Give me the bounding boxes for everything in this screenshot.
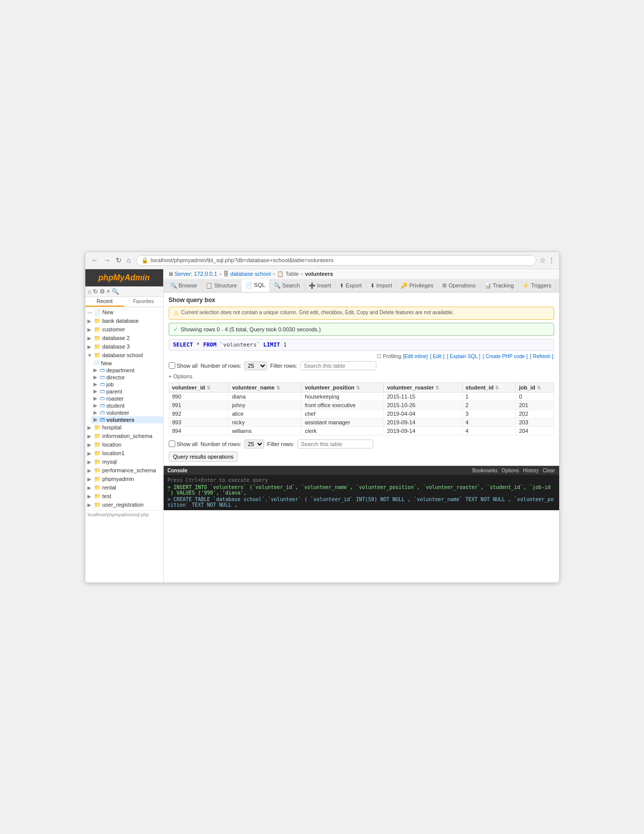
create-php-link[interactable]: [ Create PHP code ] [483,354,528,359]
sidebar-table-student[interactable]: ▶ 🗃 student [91,402,163,409]
settings-icon[interactable]: ⚙ [100,288,105,295]
expand-icon: ▶ [87,425,92,430]
show-all-checkbox-bottom[interactable]: Show all [169,440,198,447]
sidebar-item-hospital[interactable]: ▶ 📁 hospital [85,423,163,432]
tab-export[interactable]: ⬆ Export [335,280,366,291]
sort-icon: ⇅ [356,385,360,390]
cell-job-id: 203 [516,418,554,426]
sidebar-item-database-school[interactable]: ▼ 📁 database school [85,351,163,360]
breadcrumb-server[interactable]: Server: 172.0.0.1 [175,271,217,277]
sidebar-table-new[interactable]: 📄 New [91,360,163,367]
browser-window: ← → ↻ ⌂ 🔒 localhost/phpmyadmin/tbl_sql.p… [85,252,560,583]
sidebar-item-bank-database[interactable]: ▶ 📁 bank database [85,317,163,325]
refresh-link[interactable]: [ Refresh ] [530,354,553,359]
edit-inline-link[interactable]: [Edit inline] [403,354,428,359]
sidebar-item-database3[interactable]: ▶ 📁 database 3 [85,342,163,351]
history-link[interactable]: History [523,468,538,473]
sidebar-item-user-registration[interactable]: ▶ 📁 user_registration [85,501,163,509]
success-icon: ✓ [173,326,178,333]
cell-job-id: 0 [516,392,554,401]
col-job-id[interactable]: job_id ⇅ [516,382,554,392]
tab-insert[interactable]: ➕ Insert [305,280,336,291]
col-volunteer-position[interactable]: volunteer_position ⇅ [302,382,384,392]
console-line-2: > CREATE TABLE `database school`.`volunt… [168,497,555,508]
refresh-icon[interactable]: ↻ [93,288,98,295]
sidebar-item-test[interactable]: ▶ 📁 test [85,492,163,501]
explain-sql-link[interactable]: [ Explain SQL ] [447,354,480,359]
table-label: job [107,381,114,387]
db-folder-icon: 📁 [94,484,101,491]
table-icon: 🗃 [100,417,105,422]
filter-input-bottom[interactable] [298,439,373,449]
sidebar-table-job[interactable]: ▶ 🗃 job [91,381,163,388]
address-bar[interactable]: 🔒 localhost/phpmyadmin/tbl_sql.php?db=da… [136,255,536,266]
sidebar-item-information-schema[interactable]: ▶ 📁 information_schema [85,432,163,440]
tab-search[interactable]: 🔍 Search [270,280,305,291]
back-button[interactable]: ← [89,255,101,265]
options-toggle[interactable]: + Options [169,373,554,379]
tab-operations[interactable]: ⚙ Operations [438,280,480,291]
sidebar-item-location1[interactable]: ▶ 📁 location1 [85,449,163,458]
filter-input[interactable] [301,361,376,370]
forward-button[interactable]: → [102,255,113,265]
nav-buttons: ← → ↻ ⌂ [89,255,133,265]
sidebar-table-volunteers[interactable]: ▶ 🗃 volunteers [91,416,163,423]
sort-icon: ⇅ [276,385,280,390]
reload-button[interactable]: ↻ [114,255,124,265]
profiling-checkbox[interactable]: ☐ [377,354,381,359]
show-all-check-input-bottom[interactable] [169,440,175,447]
tab-sql[interactable]: 📄 SQL [241,279,270,292]
tab-structure[interactable]: 📋 Structure [202,280,241,291]
recent-tab[interactable]: Recent [85,297,124,307]
sidebar-item-performance-schema[interactable]: ▶ 📁 performance_schema [85,466,163,475]
sidebar-item-database2[interactable]: ▶ 📁 database 2 [85,334,163,342]
rows-per-page-select[interactable]: 25 50 100 [244,361,267,370]
sidebar-table-volunteer[interactable]: ▶ 🗃 volunteer [91,409,163,416]
sidebar-item-location[interactable]: ▶ 📁 location [85,440,163,449]
show-all-checkbox[interactable]: Show all [169,362,198,369]
tab-browse[interactable]: 🔍 Browse [166,280,202,291]
options-expand-icon: + [169,373,173,379]
cell-volunteer-roaster: 2019-09-14 [384,426,462,435]
tab-privileges[interactable]: 🔑 Privileges [397,280,438,291]
expand-icon: ▶ [87,318,92,324]
sidebar-item-new[interactable]: — 📄 New [85,308,163,317]
show-all-check-input[interactable] [169,362,175,369]
db-folder-icon: 📁 [94,326,101,333]
sidebar-item-customer[interactable]: ▶ 📁 customer [85,325,163,334]
favorites-tab[interactable]: Favorites [124,297,163,307]
footer-text: localhost/phpmyadmin/sql.php [88,512,149,517]
table-icon: 🗃 [100,410,105,415]
bookmark-icon[interactable]: ☆ [539,256,546,264]
sidebar-item-rental[interactable]: ▶ 📁 rental [85,483,163,492]
table-label: department [107,367,135,373]
bookmarks-link[interactable]: Bookmarks [472,468,498,473]
search-icon[interactable]: 🔍 [112,288,119,295]
sidebar-table-director[interactable]: ▶ 🗃 director [91,374,163,381]
rows-per-page-select-bottom[interactable]: 25 [244,439,264,449]
sidebar-table-roaster[interactable]: ▶ 🗃 roaster [91,395,163,402]
clear-link[interactable]: Clear [543,468,555,473]
col-volunteer-name[interactable]: volunteer_name ⇅ [229,382,302,392]
col-student-id[interactable]: student_id ⇅ [462,382,516,392]
table-icon: 🗃 [100,396,105,401]
col-volunteer-id[interactable]: volunteer_id ⇅ [169,382,229,392]
sidebar-item-phpmyadmin[interactable]: ▶ 📁 phpmyadmin [85,475,163,483]
breadcrumb-database[interactable]: database school [230,271,271,277]
col-volunteer-roaster[interactable]: volunteer_roaster ⇅ [384,382,462,392]
menu-icon[interactable]: ⋮ [548,256,555,264]
tab-triggers[interactable]: ⚡ Triggers [518,280,556,291]
home-icon[interactable]: ⌂ [88,288,91,295]
sidebar-item-mysql[interactable]: ▶ 📁 mysql [85,458,163,466]
sidebar-table-parent[interactable]: ▶ 🗃 parent [91,388,163,395]
tab-import[interactable]: ⬇ Import [366,280,397,291]
options-link[interactable]: Options [502,468,519,473]
add-icon[interactable]: + [107,288,110,295]
query-results-ops-button[interactable]: Query results operations [169,452,238,462]
edit-link[interactable]: [ Edit ] [430,354,444,359]
home-button[interactable]: ⌂ [125,255,133,265]
sidebar-table-department[interactable]: ▶ 🗃 department [91,367,163,374]
tab-tracking[interactable]: 📊 Tracking [480,280,519,291]
table-label: volunteer [107,410,129,416]
data-table: volunteer_id ⇅ volunteer_name ⇅ voluntee… [169,382,554,435]
